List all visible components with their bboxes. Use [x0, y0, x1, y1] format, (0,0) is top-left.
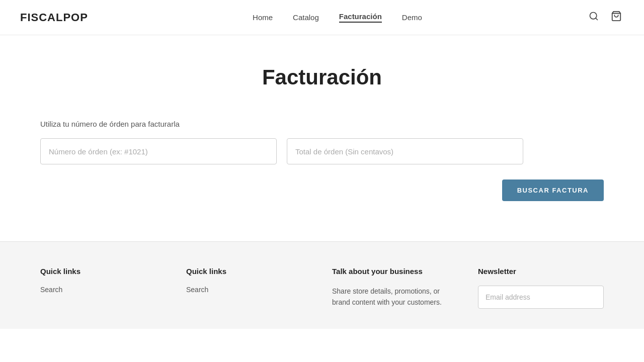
- footer-col2-link-search[interactable]: Search: [186, 286, 312, 294]
- buscar-btn-row: BUSCAR FACTURA: [40, 179, 604, 201]
- footer-col4-heading: Newsletter: [478, 267, 604, 276]
- buscar-factura-button[interactable]: BUSCAR FACTURA: [502, 179, 604, 201]
- order-total-input[interactable]: [287, 138, 523, 164]
- footer-col3-body: Share store details, promotions, or bran…: [332, 286, 458, 308]
- invoice-form-row: [40, 138, 604, 164]
- newsletter-email-input[interactable]: [478, 286, 604, 309]
- footer-col2: Quick links Search: [186, 267, 312, 309]
- nav-catalog[interactable]: Catalog: [293, 13, 319, 22]
- form-subtitle: Utiliza tu número de órden para facturar…: [40, 120, 604, 128]
- site-footer: Quick links Search Quick links Search Ta…: [0, 241, 644, 329]
- footer-col1-heading: Quick links: [40, 267, 166, 276]
- footer-col3-heading: Talk about your business: [332, 267, 458, 276]
- brand-logo: FISCALPOP: [20, 11, 88, 24]
- site-header: FISCALPOP Home Catalog Facturación Demo: [0, 0, 644, 35]
- footer-col1: Quick links Search: [40, 267, 166, 309]
- nav-facturacion[interactable]: Facturación: [339, 12, 382, 23]
- main-nav: Home Catalog Facturación Demo: [253, 12, 422, 23]
- search-icon: [589, 11, 599, 21]
- footer-col4: Newsletter: [478, 267, 604, 309]
- cart-icon-button[interactable]: [609, 9, 624, 26]
- footer-col1-link-search[interactable]: Search: [40, 286, 166, 294]
- footer-grid: Quick links Search Quick links Search Ta…: [40, 267, 604, 309]
- nav-demo[interactable]: Demo: [402, 13, 422, 22]
- order-number-input[interactable]: [40, 138, 277, 164]
- search-icon-button[interactable]: [587, 9, 601, 26]
- footer-col2-heading: Quick links: [186, 267, 312, 276]
- main-content: Facturación Utiliza tu número de órden p…: [0, 35, 644, 241]
- header-icons: [587, 9, 624, 26]
- nav-home[interactable]: Home: [253, 13, 273, 22]
- svg-line-1: [596, 18, 598, 20]
- cart-icon: [611, 11, 622, 22]
- page-title: Facturación: [40, 65, 604, 89]
- footer-col3: Talk about your business Share store det…: [332, 267, 458, 309]
